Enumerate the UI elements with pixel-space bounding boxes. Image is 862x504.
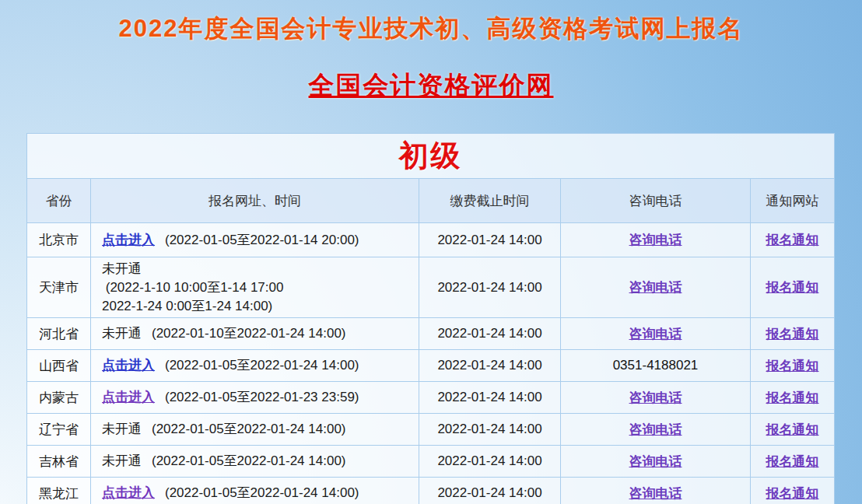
notice-link[interactable]: 报名通知	[766, 280, 819, 295]
deadline-cell: 2022-01-24 14:00	[419, 223, 561, 257]
deadline-cell: 2022-01-24 14:00	[419, 414, 561, 446]
registration-cell: 未开通(2022-01-10至2022-01-24 14:00)	[91, 318, 419, 350]
notice-cell: 报名通知	[751, 446, 835, 478]
table-row: 吉林省 未开通(2022-01-05至2022-01-24 14:00) 202…	[27, 446, 835, 478]
enter-link[interactable]: 点击进入	[102, 390, 155, 404]
phone-link[interactable]: 咨询电话	[629, 233, 682, 247]
table-caption-cell: 初级	[27, 134, 835, 179]
province-cell: 天津市	[27, 257, 91, 318]
registration-cell: 点击进入(2022-01-05至2022-01-14 20:00)	[91, 223, 419, 257]
registration-table: 初级 省份 报名网址、时间 缴费截止时间 咨询电话 通知网站 北京市 点击进入(…	[26, 133, 835, 504]
enter-link[interactable]: 点击进入	[102, 485, 155, 500]
registration-cell: 点击进入(2022-01-05至2022-01-24 14:00)	[91, 350, 419, 382]
deadline-cell: 2022-01-24 14:00	[419, 446, 561, 478]
phone-link[interactable]: 咨询电话	[629, 327, 682, 341]
registration-period: (2022-01-05至2022-01-23 23:59)	[165, 390, 359, 404]
page-title: 2022年度全国会计专业技术初、高级资格考试网上报名	[0, 12, 862, 45]
phone-link[interactable]: 咨询电话	[629, 486, 682, 501]
notice-link[interactable]: 报名通知	[766, 327, 819, 341]
table-row: 天津市 未开通 (2022-1-10 10:00至1-14 17:00 2022…	[27, 257, 835, 318]
province-cell: 内蒙古	[27, 382, 91, 414]
column-header-phone: 咨询电话	[561, 179, 751, 223]
phone-cell: 咨询电话	[561, 414, 751, 446]
column-header-province: 省份	[27, 179, 91, 223]
phone-cell: 咨询电话	[561, 446, 751, 478]
notice-cell: 报名通知	[751, 318, 835, 350]
phone-number: 0351-4188021	[613, 358, 699, 373]
registration-cell: 点击进入(2022-01-05至2022-01-23 23:59)	[91, 382, 419, 414]
not-open-label: 未开通	[102, 453, 142, 468]
deadline-cell: 2022-01-24 14:00	[419, 478, 561, 504]
registration-cell: 未开通 (2022-1-10 10:00至1-14 17:00 2022-1-2…	[91, 257, 419, 318]
phone-cell: 0351-4188021	[561, 350, 751, 382]
deadline-cell: 2022-01-24 14:00	[419, 350, 561, 382]
table-row: 河北省 未开通(2022-01-10至2022-01-24 14:00) 202…	[27, 318, 835, 350]
province-cell: 辽宁省	[27, 414, 91, 446]
phone-cell: 咨询电话	[561, 257, 751, 318]
notice-cell: 报名通知	[751, 478, 835, 504]
phone-cell: 咨询电话	[561, 382, 751, 414]
table-row: 内蒙古 点击进入(2022-01-05至2022-01-23 23:59) 20…	[27, 382, 835, 414]
notice-link[interactable]: 报名通知	[766, 486, 819, 501]
deadline-cell: 2022-01-24 14:00	[419, 318, 561, 350]
notice-cell: 报名通知	[751, 257, 835, 318]
phone-link[interactable]: 咨询电话	[629, 390, 682, 405]
column-header-deadline: 缴费截止时间	[419, 179, 561, 223]
table-row: 辽宁省 未开通(2022-01-05至2022-01-24 14:00) 202…	[27, 414, 835, 446]
registration-period: (2022-01-05至2022-01-14 20:00)	[165, 233, 359, 247]
notice-cell: 报名通知	[751, 350, 835, 382]
registration-period: (2022-1-10 10:00至1-14 17:00 2022-1-24 0:…	[102, 280, 283, 313]
column-header-registration: 报名网址、时间	[91, 179, 419, 223]
notice-link[interactable]: 报名通知	[766, 233, 819, 247]
not-open-label: 未开通	[102, 326, 142, 341]
site-link[interactable]: 全国会计资格评价网	[309, 71, 554, 100]
notice-cell: 报名通知	[751, 382, 835, 414]
phone-link[interactable]: 咨询电话	[629, 280, 682, 295]
table-caption: 初级	[399, 139, 463, 172]
phone-cell: 咨询电话	[561, 318, 751, 350]
table-row: 山西省 点击进入(2022-01-05至2022-01-24 14:00) 20…	[27, 350, 835, 382]
notice-link[interactable]: 报名通知	[766, 454, 819, 469]
registration-cell: 未开通(2022-01-05至2022-01-24 14:00)	[91, 414, 419, 446]
column-header-notice: 通知网站	[751, 179, 835, 223]
site-link-container: 全国会计资格评价网	[0, 68, 862, 103]
enter-link[interactable]: 点击进入	[102, 358, 155, 373]
province-cell: 河北省	[27, 318, 91, 350]
phone-cell: 咨询电话	[561, 478, 751, 504]
table-row: 黑龙江 点击进入(2022-01-05至2022-01-24 14:00) 20…	[27, 478, 835, 504]
province-cell: 北京市	[27, 223, 91, 257]
notice-cell: 报名通知	[751, 223, 835, 257]
deadline-cell: 2022-01-24 14:00	[419, 257, 561, 318]
province-cell: 山西省	[27, 350, 91, 382]
table-caption-row: 初级	[27, 134, 835, 179]
registration-cell: 点击进入(2022-01-05至2022-01-24 14:00)	[91, 478, 419, 504]
registration-period: (2022-01-05至2022-01-24 14:00)	[165, 358, 359, 373]
notice-cell: 报名通知	[751, 414, 835, 446]
not-open-label: 未开通	[102, 422, 142, 436]
deadline-cell: 2022-01-24 14:00	[419, 382, 561, 414]
notice-link[interactable]: 报名通知	[766, 359, 819, 373]
notice-link[interactable]: 报名通知	[766, 390, 819, 405]
registration-period: (2022-01-10至2022-01-24 14:00)	[152, 326, 346, 341]
phone-link[interactable]: 咨询电话	[629, 454, 682, 469]
province-cell: 黑龙江	[27, 478, 91, 504]
province-cell: 吉林省	[27, 446, 91, 478]
registration-period: (2022-01-05至2022-01-24 14:00)	[152, 453, 346, 468]
phone-cell: 咨询电话	[561, 223, 751, 257]
enter-link[interactable]: 点击进入	[102, 233, 155, 247]
table-header-row: 省份 报名网址、时间 缴费截止时间 咨询电话 通知网站	[27, 179, 835, 223]
registration-cell: 未开通(2022-01-05至2022-01-24 14:00)	[91, 446, 419, 478]
registration-period: (2022-01-05至2022-01-24 14:00)	[152, 422, 346, 436]
registration-period: (2022-01-05至2022-01-24 14:00)	[165, 485, 359, 500]
notice-link[interactable]: 报名通知	[766, 422, 819, 437]
phone-link[interactable]: 咨询电话	[629, 422, 682, 437]
not-open-label: 未开通	[102, 261, 142, 276]
table-row: 北京市 点击进入(2022-01-05至2022-01-14 20:00) 20…	[27, 223, 835, 257]
